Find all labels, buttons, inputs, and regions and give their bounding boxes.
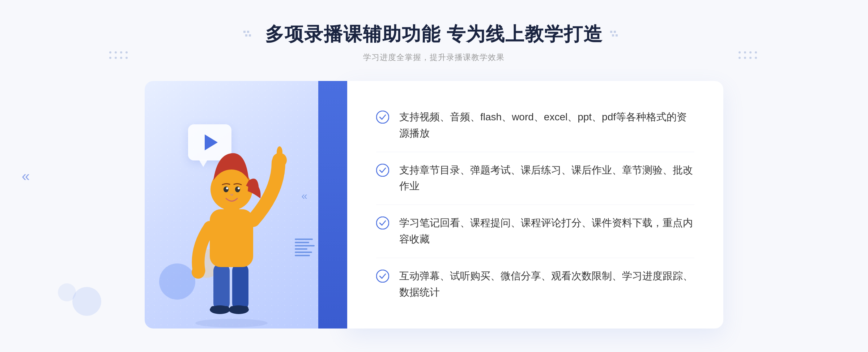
check-icon-4 <box>376 270 389 283</box>
check-icon-2 <box>376 164 389 177</box>
svg-point-3 <box>125 51 128 53</box>
blue-panel <box>318 81 347 329</box>
feature-text-4: 互动弹幕、试听购买、微信分享、观看次数限制、学习进度跟踪、数据统计 <box>399 268 694 301</box>
svg-point-15 <box>755 57 757 59</box>
main-content: « <box>145 81 723 329</box>
feature-item-2: 支持章节目录、弹题考试、课后练习、课后作业、章节测验、批改作业 <box>376 152 694 205</box>
feature-item-3: 学习笔记回看、课程提问、课程评论打分、课件资料下载，重点内容收藏 <box>376 205 694 258</box>
top-dots-right-decoration <box>738 51 760 63</box>
svg-point-9 <box>744 51 746 53</box>
svg-point-37 <box>224 186 229 192</box>
svg-point-24 <box>195 319 268 327</box>
svg-rect-25 <box>213 263 230 310</box>
svg-point-2 <box>120 51 122 53</box>
svg-point-33 <box>277 146 282 158</box>
svg-point-8 <box>739 51 741 53</box>
svg-point-12 <box>739 57 741 59</box>
svg-rect-21 <box>614 31 616 33</box>
svg-point-0 <box>109 51 111 53</box>
svg-point-7 <box>125 57 128 59</box>
title-decoration-left <box>243 31 258 38</box>
illustration-arrows: « <box>301 190 307 202</box>
page-circle-deco-2 <box>58 283 76 301</box>
sub-title: 学习进度全掌握，提升录播课教学效果 <box>243 52 625 63</box>
svg-rect-16 <box>243 31 246 33</box>
feature-item-4: 互动弹幕、试听购买、微信分享、观看次数限制、学习进度跟踪、数据统计 <box>376 258 694 311</box>
svg-point-44 <box>376 270 389 282</box>
feature-text-1: 支持视频、音频、flash、word、excel、ppt、pdf等各种格式的资源… <box>399 109 694 142</box>
check-icon-3 <box>376 216 389 229</box>
svg-rect-18 <box>245 34 247 37</box>
svg-point-11 <box>755 51 757 53</box>
illustration-card: « <box>145 81 347 329</box>
left-arrow-decoration: « <box>22 168 30 184</box>
main-title: 多项录播课辅助功能 专为线上教学打造 <box>265 22 603 47</box>
person-illustration <box>166 126 297 329</box>
svg-rect-17 <box>247 31 249 33</box>
svg-rect-20 <box>610 31 612 33</box>
svg-point-10 <box>749 51 752 53</box>
svg-rect-26 <box>232 263 248 310</box>
page-container: « 多项录播课辅助功能 专为线上教学打造 <box>0 0 868 352</box>
svg-point-43 <box>376 217 389 229</box>
svg-rect-19 <box>249 34 251 37</box>
title-decoration-right <box>610 31 625 38</box>
header-section: 多项录播课辅助功能 专为线上教学打造 学习进度全掌握，提升录播课教学效果 <box>243 22 625 63</box>
svg-point-14 <box>749 57 752 59</box>
feature-text-3: 学习笔记回看、课程提问、课程评论打分、课件资料下载，重点内容收藏 <box>399 215 694 248</box>
svg-point-38 <box>235 186 240 192</box>
feature-item-1: 支持视频、音频、flash、word、excel、ppt、pdf等各种格式的资源… <box>376 99 694 152</box>
svg-point-13 <box>744 57 746 59</box>
feature-text-2: 支持章节目录、弹题考试、课后练习、课后作业、章节测验、批改作业 <box>399 162 694 195</box>
svg-rect-23 <box>616 34 618 37</box>
check-icon-1 <box>376 111 389 124</box>
svg-point-34 <box>192 266 205 279</box>
top-dots-left-decoration <box>109 51 130 63</box>
svg-point-39 <box>226 187 228 189</box>
stripe-decoration <box>295 239 315 256</box>
content-card: 支持视频、音频、flash、word、excel、ppt、pdf等各种格式的资源… <box>347 81 723 329</box>
title-row: 多项录播课辅助功能 专为线上教学打造 <box>243 22 625 47</box>
svg-point-42 <box>376 164 389 176</box>
svg-point-1 <box>115 51 117 53</box>
svg-rect-30 <box>230 306 248 311</box>
svg-point-5 <box>115 57 117 59</box>
svg-rect-22 <box>612 34 614 37</box>
svg-point-41 <box>376 111 389 123</box>
page-circle-deco <box>72 287 101 316</box>
svg-point-4 <box>109 57 111 59</box>
svg-rect-28 <box>210 306 229 311</box>
svg-point-40 <box>238 187 240 189</box>
svg-point-6 <box>120 57 122 59</box>
